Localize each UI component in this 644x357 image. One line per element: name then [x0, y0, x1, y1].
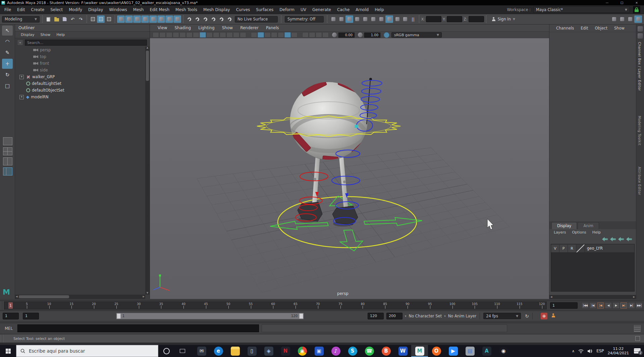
camera-attributes[interactable] [166, 32, 172, 38]
taskbar-search-input[interactable] [28, 348, 147, 354]
current-frame-marker[interactable]: 1 [8, 302, 13, 309]
command-language-toggle[interactable]: MEL [0, 326, 17, 331]
outliner-vertical-scrollbar[interactable]: ▲ ▼ [145, 47, 150, 295]
resolution-gate[interactable] [213, 32, 219, 38]
outliner-item-defaultlightset[interactable]: defaultLightSet [15, 80, 145, 87]
wireframe[interactable] [251, 32, 257, 38]
play-backwards-button[interactable]: ◀ [605, 302, 612, 309]
coord-input-y[interactable] [447, 16, 462, 22]
make-live[interactable] [226, 15, 233, 23]
taskbar-app-zoom[interactable]: ▶ [445, 345, 462, 357]
toggle-tool-settings[interactable] [618, 15, 626, 23]
action-center-icon[interactable]: 2 [634, 348, 641, 354]
layer-visibility-toggle[interactable]: V [551, 245, 559, 252]
layer-playback-toggle[interactable]: P [559, 245, 568, 252]
snap-to-projected-center[interactable] [210, 15, 217, 23]
outliner-menu-help[interactable]: Help [53, 33, 68, 37]
gate-mask[interactable] [220, 32, 226, 38]
playback-end-field[interactable]: 120 [368, 313, 384, 319]
menu-cache[interactable]: Cache [334, 7, 353, 12]
maximize-button[interactable]: □ [614, 0, 629, 5]
layout-two-pane[interactable] [3, 157, 12, 165]
motion-blur[interactable] [291, 32, 298, 38]
select-camera[interactable] [153, 32, 159, 38]
viewport-menu-lighting[interactable]: Lighting [195, 26, 218, 30]
render-settings[interactable] [377, 15, 385, 23]
snap-to-view-planes[interactable] [218, 15, 225, 23]
go-to-start-button[interactable]: |◀◀ [582, 302, 589, 309]
outliner-item-front[interactable]: front [15, 60, 145, 67]
film-gate[interactable] [206, 32, 213, 38]
time-slider-grip[interactable] [0, 301, 3, 310]
close-button[interactable]: × [629, 0, 644, 5]
toggle-channel-box[interactable] [634, 15, 642, 23]
menu-file[interactable]: File [1, 7, 14, 12]
taskbar-app-photos[interactable]: ▣ [311, 345, 327, 357]
taskbar-app-file-explorer[interactable] [227, 345, 244, 357]
menu-display[interactable]: Display [85, 7, 106, 12]
arnold-renderer[interactable] [385, 15, 393, 23]
wifi-icon[interactable] [578, 349, 584, 353]
use-all-lights[interactable] [271, 32, 277, 38]
range-slider[interactable]: 1 120 [116, 313, 304, 319]
field-chart[interactable] [226, 32, 233, 38]
viewport-menu-show[interactable]: Show [218, 26, 236, 30]
create-empty-layer[interactable] [618, 237, 624, 242]
taskbar-app-word[interactable]: W [394, 345, 411, 357]
channel-box-menu-show[interactable]: Show [611, 26, 628, 31]
lasso-tool[interactable]: ◠ [2, 37, 13, 47]
select-by-hierarchy[interactable] [89, 15, 97, 23]
new-scene[interactable] [45, 15, 52, 23]
anim-layer-menu-arrow[interactable]: ▾ [444, 314, 446, 318]
menu-mesh[interactable]: Mesh [130, 7, 147, 12]
outliner-item-top[interactable]: top [15, 53, 145, 60]
color-wheel-icon[interactable] [638, 33, 643, 39]
taskbar-app-origin[interactable]: O [428, 345, 445, 357]
menu-select[interactable]: Select [47, 7, 66, 12]
open-render-view[interactable] [353, 15, 361, 23]
gamma-toggle[interactable] [322, 32, 329, 38]
layer-tab-display[interactable]: Display [551, 222, 577, 229]
select-misc[interactable] [173, 15, 181, 23]
sidebar-tab-channel-box-layer-editor[interactable]: Channel Box / Layer Editor [638, 42, 641, 91]
channel-box-menu-edit[interactable]: Edit [577, 26, 591, 31]
expand-toggle[interactable]: + [19, 95, 24, 99]
paint-select-tool[interactable]: ✎ [2, 48, 13, 58]
scale-tool[interactable]: □ [2, 81, 13, 91]
menu-uv[interactable]: UV [298, 7, 309, 12]
screen-space-ao[interactable] [284, 32, 291, 38]
taskbar-clock[interactable]: 11:22 24/04/2021 [608, 347, 629, 355]
save-scene[interactable] [61, 15, 68, 23]
grid-display[interactable] [200, 32, 206, 38]
menu-arnold[interactable]: Arnold [353, 7, 372, 12]
layout-four-pane[interactable] [3, 147, 12, 155]
select-deformations[interactable] [149, 15, 157, 23]
snap-to-curves[interactable] [194, 15, 201, 23]
coord-input-z[interactable] [469, 16, 484, 22]
isolate-select[interactable] [302, 32, 309, 38]
taskbar-app-netflix[interactable]: N [277, 345, 294, 357]
range-end-handle[interactable] [299, 313, 303, 319]
viewport-canvas[interactable]: persp [150, 38, 549, 299]
layer-color-swatch[interactable] [576, 245, 585, 252]
exposure-field[interactable]: 0.00 [338, 33, 355, 38]
tray-chevron-icon[interactable]: ∧ [572, 349, 575, 353]
viewport-menu-view[interactable]: View [154, 26, 171, 30]
select-joints[interactable] [125, 15, 133, 23]
sidebar-tab-attribute-editor[interactable]: Attribute Editor [638, 167, 641, 195]
step-forward-key-button[interactable]: ▶| [620, 302, 627, 309]
minimize-button[interactable]: — [600, 0, 614, 5]
symmetry-field[interactable]: Symmetry: Off [285, 16, 324, 22]
toggle-attribute-editor[interactable] [626, 15, 634, 23]
task-view-button[interactable] [174, 345, 191, 357]
toggle-outliner[interactable] [610, 15, 618, 23]
command-input[interactable] [17, 324, 259, 332]
time-slider-ruler[interactable]: 1 51015202530354045505560657075808590951… [4, 302, 547, 309]
gamma-field[interactable]: 1.00 [364, 33, 380, 38]
menu-surfaces[interactable]: Surfaces [253, 7, 276, 12]
taskbar-app-store[interactable]: ▯ [244, 345, 260, 357]
menu-windows[interactable]: Windows [106, 7, 130, 12]
outliner-item-defaultobjectset[interactable]: defaultObjectSet [15, 87, 145, 94]
layer-editor-scrollbar[interactable]: ◀▶ [549, 295, 636, 299]
taskbar-app-brave[interactable]: B [378, 345, 394, 357]
